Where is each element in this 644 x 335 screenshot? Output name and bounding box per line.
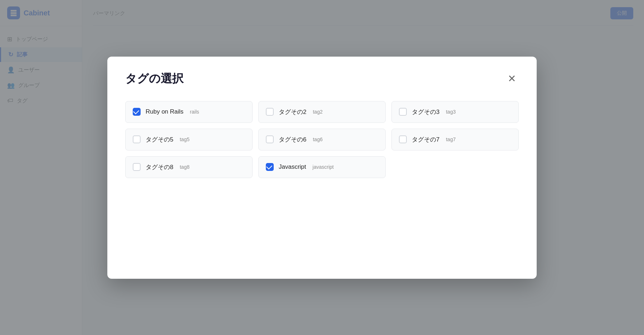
tag-checkbox[interactable] <box>133 108 141 116</box>
tag-item[interactable]: Javascriptjavascript <box>258 156 386 178</box>
tag-item[interactable]: タグその3tag3 <box>391 101 519 123</box>
tag-name: Ruby on Rails <box>146 108 184 115</box>
tag-item[interactable]: タグその5tag5 <box>125 129 253 150</box>
tag-item[interactable]: タグその2tag2 <box>258 101 386 123</box>
tag-selection-modal: タグの選択 ✕ Ruby on Railsrailsタグその2tag2タグその3… <box>107 57 537 279</box>
tag-item[interactable]: Ruby on Railsrails <box>125 101 253 123</box>
tag-name: タグその7 <box>412 135 439 144</box>
tag-name: Javascript <box>279 163 306 171</box>
tag-checkbox[interactable] <box>266 135 274 143</box>
tag-slug: rails <box>190 109 199 115</box>
tag-slug: tag6 <box>313 137 322 142</box>
tag-item[interactable]: タグその6tag6 <box>258 129 386 150</box>
tag-slug: tag8 <box>180 164 189 170</box>
modal-overlay: タグの選択 ✕ Ruby on Railsrailsタグその2tag2タグその3… <box>0 0 644 335</box>
tags-grid: Ruby on Railsrailsタグその2tag2タグその3tag3タグその… <box>125 101 519 178</box>
tag-item[interactable]: タグその7tag7 <box>391 129 519 150</box>
tag-name: タグその8 <box>146 163 173 171</box>
tag-name: タグその6 <box>279 135 306 144</box>
tag-checkbox[interactable] <box>399 135 407 143</box>
tag-slug: tag3 <box>446 109 455 115</box>
tag-name: タグその5 <box>146 135 173 144</box>
modal-title: タグの選択 <box>125 71 184 87</box>
tag-checkbox[interactable] <box>133 135 141 143</box>
tag-checkbox[interactable] <box>133 163 141 171</box>
tag-slug: tag2 <box>313 109 322 115</box>
tag-slug: tag7 <box>446 137 455 142</box>
tag-checkbox[interactable] <box>399 108 407 116</box>
tag-item[interactable]: タグその8tag8 <box>125 156 253 178</box>
tag-name: タグその3 <box>412 108 439 116</box>
tag-slug: tag5 <box>180 137 189 142</box>
modal-header: タグの選択 ✕ <box>125 71 519 87</box>
tag-name: タグその2 <box>279 108 306 116</box>
tag-slug: javascript <box>313 164 334 170</box>
tag-checkbox[interactable] <box>266 163 274 171</box>
tag-checkbox[interactable] <box>266 108 274 116</box>
modal-close-button[interactable]: ✕ <box>505 72 519 85</box>
